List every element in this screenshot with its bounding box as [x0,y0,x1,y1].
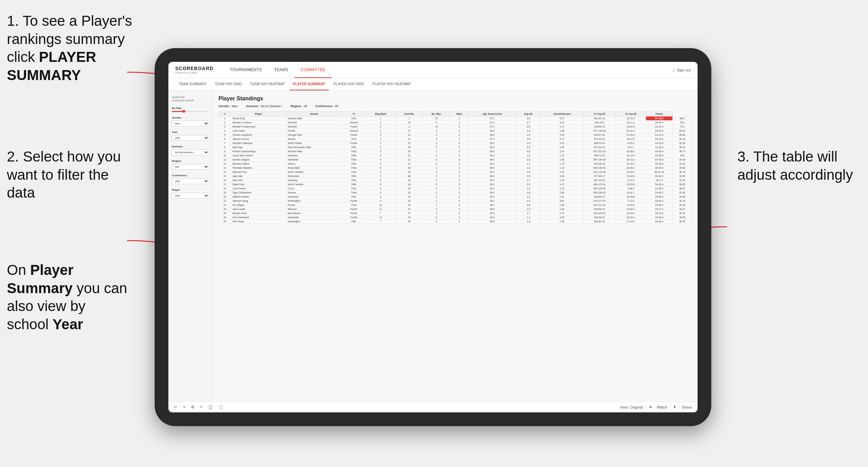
sub-nav-team-h2h-heatmap[interactable]: TEAM H2H HEATMAP [247,78,288,90]
table-cell: 18-7-3 [646,178,672,182]
table-cell: 3.10 [541,121,583,125]
table-cell: 488-72-25 [583,154,615,158]
table-cell: 607-63-12 [583,145,615,149]
table-cell: 674-33-12 [583,137,615,141]
toolbar-paste[interactable]: 📋 [207,404,214,410]
toolbar-download[interactable]: ⬇ [672,404,678,410]
sidebar-update-label: Update time: 27/03/2024 16:56:26 [172,96,209,102]
table-cell: Vanderbilt [286,195,342,199]
table-cell: 40.27 [672,207,692,211]
col-player: Player [231,112,286,116]
table-cell: 4 [366,199,396,203]
toolbar-redo[interactable]: ↪ [181,404,187,410]
table-cell: 69.2 [469,182,516,187]
sub-nav-team-summary[interactable]: TEAM SUMMARY [175,78,210,90]
table-cell: 54-51-4 [646,182,672,187]
table-cell: 1.93 [541,145,583,149]
table-cell: 40.18 [672,199,692,203]
table-cell: Preston Summerhays [231,149,286,154]
table-cell: 58.18 [672,137,692,141]
toolbar-view-label[interactable]: View: Original [618,404,644,410]
toolbar-divider-3 [679,404,679,410]
table-cell: 9 [366,182,396,187]
sub-nav-player-summary[interactable]: PLAYER SUMMARY [290,78,329,90]
table-cell: 2 [423,141,450,145]
nav-item-committee[interactable]: COMMITTEE [294,62,332,78]
table-cell: 67.1 [469,121,516,125]
logo-subtitle: Powered by clippi [175,71,213,74]
toolbar-watch[interactable]: Watch [655,404,669,410]
table-cell: Arizona State [286,149,342,154]
toolbar-undo[interactable]: ↩ [173,404,178,410]
sign-out-link[interactable]: Sign out [677,68,691,72]
table-cell: 0 [423,162,450,166]
table-cell: Bastien Amat [231,211,286,215]
table-cell: 26 [219,220,231,224]
filter-gender: Gender: Men [219,104,238,108]
region-select[interactable]: N/A [172,164,209,170]
table-row: 4Luke ClatonFloridaSecond1272068.2-1.61.… [219,129,692,133]
toolbar-clock[interactable]: 🕐 [217,404,225,410]
toolbar-share[interactable]: Share [681,404,693,410]
table-cell: 21 [396,158,423,162]
nav-item-tournaments[interactable]: TOURNAMENTS [224,62,268,78]
table-cell: 0 [423,220,450,224]
table-cell: 20-26-1 [616,166,646,170]
col-overall-record: Overall Record [541,112,583,116]
table-cell: 0.87 [541,199,583,203]
sub-nav-player-h2h-heatmap[interactable]: PLAYER H2H HEATMAP [369,78,414,90]
sub-nav-player-h2h-grid[interactable]: PLAYER H2H GRID [330,78,368,90]
table-cell: 43.49 [672,158,692,162]
table-cell: 31-15-1 [616,162,646,166]
table-cell: Nicholas Gabrelcik [231,141,286,145]
year-select[interactable]: (All) [172,135,209,141]
toolbar-cut[interactable]: ✂ [198,404,204,410]
table-cell: Auburn [286,137,342,141]
table-row: 16Alex GoffKentuckyFifth8190068.3-1.71.9… [219,178,692,182]
filter-division: Division: NCAA Division I [246,104,282,108]
table-cell: Third [342,191,366,195]
table-row: 26Petr HrubyWashingtonFifth7250068.6-1.8… [219,220,692,224]
table-cell: 3 [219,125,231,129]
table-cell: 6 [366,195,396,199]
conference-select[interactable]: (All) [172,178,209,184]
table-body: 1Wenyi DingArizona StateFirst1115167.1-3… [219,116,692,224]
sidebar-conference-section: Conference (All) [172,174,209,184]
table-cell: -1.7 [516,178,541,182]
table-cell: 429-198-22 [583,191,615,195]
player-select[interactable]: (All) [172,193,209,199]
table-cell: 1.43 [541,203,583,207]
no-rds-slider[interactable] [172,111,209,112]
table-cell: 1 [366,121,396,125]
table-row: 6Jackson KoivunAuburnFirst1270167.3-2.02… [219,137,692,141]
year-label: Year [172,131,209,134]
table-cell: 20-25-3 [616,182,646,187]
col-points: Points [646,112,672,116]
table-cell: 17 [219,182,231,187]
annotation-1-number: 1. [7,13,19,29]
division-select[interactable]: NCAA Division I [172,149,209,155]
table-cell: Jack Lundin [231,207,286,211]
sidebar-year-section: Year (All) [172,131,209,141]
table-cell: Ole Miss [286,121,342,125]
sub-nav-team-h2h-grid[interactable]: TEAM H2H GRID [212,78,245,90]
table-cell: 53-51-10 [646,170,672,174]
filter-region: Region: All [291,104,307,108]
table-cell: -2.7 [516,121,541,125]
sidebar-region-section: Region N/A [172,159,209,170]
table-cell: 67.1 [469,116,516,121]
gender-select[interactable]: Men [172,121,209,126]
table-cell: 45.6 [672,154,692,158]
table-cell: 19 [219,191,231,195]
table-cell: 1.15 [541,166,583,170]
table-cell: 68.04 [672,129,692,133]
table-cell: 23 [396,170,423,174]
table-cell: Gordon Sargent [231,158,286,162]
table-cell: 616-168-22 [583,211,615,215]
nav-item-teams[interactable]: TEAMS [268,62,294,78]
table-cell: 2 [366,125,396,129]
table-cell: 377-82-17 [583,174,615,178]
toolbar-copy[interactable]: ⊞ [190,404,196,410]
table-header-row: # Player School Yr Reg Rank Conf Rk. No.… [219,112,692,116]
table-cell: 1.14 [541,149,583,154]
